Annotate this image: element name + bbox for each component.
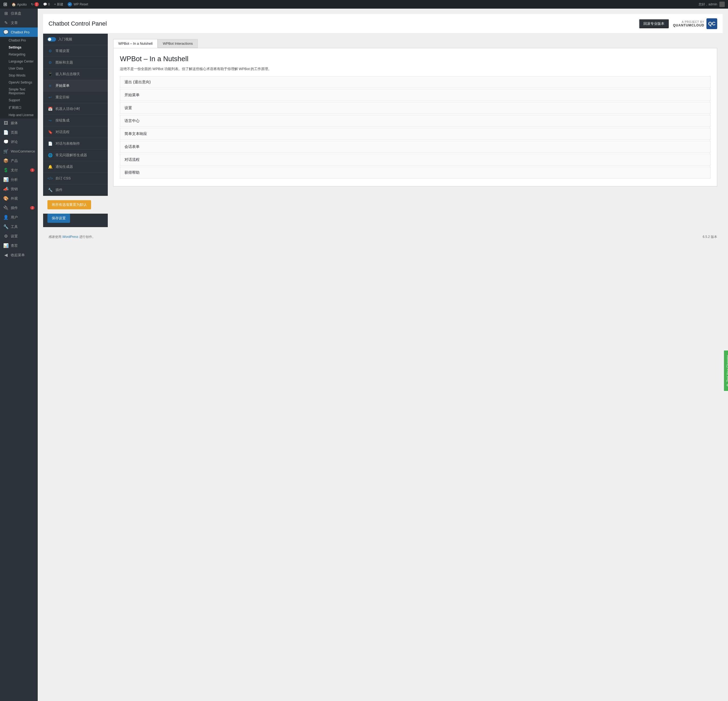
sidebar-item-chatbot[interactable]: 💬 Chatbot Pro <box>0 27 38 37</box>
sidebar-item-dashboard[interactable]: ⊞ 仪表盘 <box>0 9 38 18</box>
pro-button[interactable]: 回滚专业版本 <box>639 19 669 28</box>
marketing-icon: 📣 <box>3 186 9 192</box>
sidebar-item-settings[interactable]: ⚙ 设置 <box>0 231 38 241</box>
tab-nutshell[interactable]: WPBot – In a Nutshell <box>113 39 157 48</box>
left-nav-item-icons[interactable]: ⚙ 图标和主题 <box>43 57 108 68</box>
sidebar-item-plugins[interactable]: 🔌 插件 2 <box>0 203 38 212</box>
qc-logo-box: QC <box>706 18 717 29</box>
submenu-language-center[interactable]: Language Center <box>0 58 38 65</box>
left-nav-label-addons: 插件 <box>55 188 62 192</box>
accordion-settings[interactable]: 设置 <box>120 102 711 114</box>
left-nav-start-menu: ≡ 开始菜单 <box>43 80 108 92</box>
qc-line2: QUANTUMCLOUD <box>673 23 704 27</box>
sidebar-item-baidudaoju[interactable]: 📊 查茬 <box>0 241 38 250</box>
submenu-support[interactable]: Support <box>0 97 38 104</box>
tabs-bar: WPBot – In a Nutshell WPBot Interactions <box>113 39 717 48</box>
sidebar-item-woocommerce[interactable]: 🛒 WooCommerce <box>0 147 38 156</box>
css-icon: </> <box>48 176 53 181</box>
accordion-language-center[interactable]: 语言中心 <box>120 115 711 127</box>
left-nav-item-addons[interactable]: 🔧 插件 <box>43 184 108 196</box>
submenu-user-data[interactable]: User Data <box>0 65 38 72</box>
new-content-button[interactable]: + 新建 <box>54 2 63 7</box>
site-name[interactable]: 🏠 Apollo <box>12 3 27 6</box>
accordion-convo-flow[interactable]: 对话流程 <box>120 154 711 166</box>
left-nav-item-inline[interactable]: 📱 嵌入和点击聊天 <box>43 68 108 80</box>
sidebar-label-chatbot: Chatbot Pro <box>11 30 29 34</box>
submenu-stop-words[interactable]: Stop Words <box>0 72 38 79</box>
sidebar-item-media[interactable]: 🖼 媒体 <box>0 119 38 128</box>
sidebar-item-analytics[interactable]: 📊 分析 <box>0 175 38 184</box>
home-icon: 🏠 <box>12 3 16 6</box>
accordion-get-help[interactable]: 获得帮助 <box>120 167 711 179</box>
submenu-retargeting[interactable]: Retargeting <box>0 51 38 58</box>
sidebar-item-comments[interactable]: 💭 评论 <box>0 137 38 147</box>
left-nav-item-convo-flow[interactable]: 🔖 对话流程 <box>43 126 108 138</box>
left-nav-css: </> 自订 CSS <box>43 173 108 184</box>
tab-interactions[interactable]: WPBot Interactions <box>157 39 198 48</box>
comments-item[interactable]: 💬 0 <box>43 3 50 6</box>
left-nav-faq: 🌐 常见问题解答生成器 <box>43 149 108 161</box>
payments-icon: 💲 <box>3 168 9 173</box>
left-nav-item-faq[interactable]: 🌐 常见问题解答生成器 <box>43 149 108 161</box>
addons-icon: 🔧 <box>48 188 53 192</box>
submenu-help-license[interactable]: Help and License <box>0 111 38 119</box>
sidebar-item-posts[interactable]: ✎ 文章 <box>0 18 38 27</box>
submenu-simple-text[interactable]: Simple Text Responses <box>0 86 38 97</box>
page-header: Chatbot Control Panel 回滚专业版本 A PROJECT B… <box>43 14 722 34</box>
wp-wrapper: ⊞ 仪表盘 ✎ 文章 💬 Chatbot Pro Chatbot Pro Set… <box>0 9 728 701</box>
left-nav-label-css: 自订 CSS <box>55 176 71 181</box>
accordion-start-menu[interactable]: 开始菜单 <box>120 89 711 101</box>
admin-bar: ⊞ 🏠 Apollo ↻ 2 💬 0 + 新建 ↩ WP Reset 您好，ad… <box>0 0 728 9</box>
left-nav-item-bot-hours[interactable]: 📅 机器人活动小时 <box>43 103 108 114</box>
sidebar-item-pages[interactable]: 📄 页面 <box>0 128 38 137</box>
footer-wp-link[interactable]: WordPress <box>62 235 78 239</box>
left-nav-item-notify[interactable]: 🔔 通知生成器 <box>43 161 108 172</box>
start-menu-icon: ≡ <box>48 84 53 88</box>
sidebar-item-marketing[interactable]: 📣 营销 <box>0 184 38 194</box>
sidebar-label-woo: WooCommerce <box>11 149 35 153</box>
left-nav-label-convo-form: 对话与表格制作 <box>55 141 80 146</box>
sidebar-item-tools[interactable]: 🔧 工具 <box>0 222 38 231</box>
accordion-convo-list[interactable]: 会话表单 <box>120 141 711 153</box>
sidebar-label-collapse: 收起菜单 <box>11 253 25 257</box>
sidebar-item-products[interactable]: 📦 产品 <box>0 156 38 165</box>
left-nav-item-start-menu[interactable]: ≡ 开始菜单 <box>43 80 108 91</box>
intro-bar[interactable]: 入门视频 <box>43 34 108 45</box>
left-nav-item-general[interactable]: ⚙ 常规设置 <box>43 45 108 56</box>
plugins-icon: 🔌 <box>3 205 9 210</box>
left-nav-item-button-int[interactable]: ↪ 按钮集成 <box>43 115 108 126</box>
accordion-exit[interactable]: 退出 (退出意向) <box>120 76 711 88</box>
submenu-extend[interactable]: 扩展接口 <box>0 104 38 111</box>
test-changes-icon: ⚙ <box>726 384 728 387</box>
left-nav-addons: 🔧 插件 <box>43 184 108 196</box>
sidebar-item-collapse[interactable]: ◀ 收起菜单 <box>0 250 38 260</box>
intro-toggle[interactable] <box>48 37 56 42</box>
left-nav-item-css[interactable]: </> 自订 CSS <box>43 173 108 184</box>
updates-item[interactable]: ↻ 2 <box>31 2 39 6</box>
retarget-icon: ↩ <box>48 95 53 100</box>
left-nav-item-convo-form[interactable]: 📄 对话与表格制作 <box>43 138 108 149</box>
left-nav-label-notify: 通知生成器 <box>55 164 73 169</box>
reset-button[interactable]: 将所有选项重置为默认 <box>48 200 91 209</box>
sidebar-label-comments: 评论 <box>11 140 18 145</box>
collapse-icon: ◀ <box>3 253 9 257</box>
submenu-openai[interactable]: OpenAI Settings <box>0 79 38 86</box>
submenu-chatbot-pro[interactable]: Chatbot Pro <box>0 37 38 44</box>
submenu-settings[interactable]: Settings <box>0 44 38 51</box>
page-header-right: 回滚专业版本 A PROJECT BY QUANTUMCLOUD QC <box>639 18 717 29</box>
test-changes-tab[interactable]: ⚙ Test Your Changes <box>724 350 728 391</box>
footer: 感谢使用 WordPress 进行创作。 6.5.2 版本 <box>43 231 722 243</box>
button-int-icon: ↪ <box>48 118 53 123</box>
wp-reset-item[interactable]: ↩ WP Reset <box>68 2 88 6</box>
wp-logo-icon[interactable]: ⊞ <box>3 1 7 7</box>
left-nav-item-retarget[interactable]: ↩ 重定目标 <box>43 92 108 103</box>
bottom-actions: 将所有选项重置为默认 <box>43 196 108 214</box>
chatbot-icon: 💬 <box>3 30 9 35</box>
admin-avatar[interactable] <box>719 1 725 7</box>
accordion-simple-text[interactable]: 简单文本响应 <box>120 128 711 140</box>
sidebar-item-payments[interactable]: 💲 支付 1 <box>0 165 38 175</box>
sidebar-item-appearance[interactable]: 🎨 外观 <box>0 194 38 203</box>
save-button[interactable]: 保存设置 <box>48 214 70 223</box>
sidebar-item-users[interactable]: 👤 用户 <box>0 212 38 222</box>
comments-icon: 💭 <box>3 139 9 145</box>
